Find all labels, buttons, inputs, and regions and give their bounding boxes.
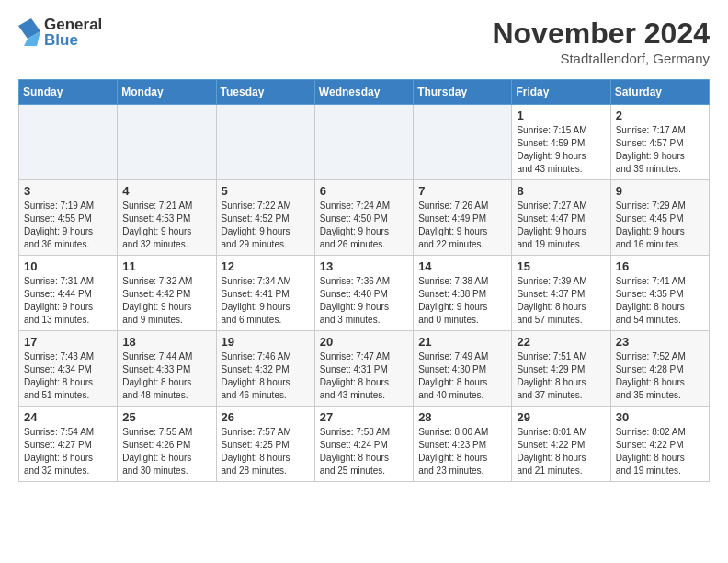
location-subtitle: Stadtallendorf, Germany	[492, 51, 710, 66]
calendar-week-row: 24Sunrise: 7:54 AM Sunset: 4:27 PM Dayli…	[19, 407, 710, 482]
day-info: Sunrise: 7:39 AM Sunset: 4:37 PM Dayligh…	[517, 275, 605, 327]
logo-blue-text: Blue	[44, 32, 102, 48]
header-saturday: Saturday	[610, 80, 709, 105]
day-info: Sunrise: 7:17 AM Sunset: 4:57 PM Dayligh…	[616, 124, 704, 176]
calendar-week-row: 1Sunrise: 7:15 AM Sunset: 4:59 PM Daylig…	[19, 105, 710, 180]
logo-text: General Blue	[44, 17, 102, 48]
day-number: 6	[320, 184, 408, 198]
calendar-cell	[414, 105, 512, 180]
calendar-cell: 6Sunrise: 7:24 AM Sunset: 4:50 PM Daylig…	[314, 180, 413, 256]
calendar-cell: 26Sunrise: 7:57 AM Sunset: 4:25 PM Dayli…	[216, 407, 314, 482]
day-info: Sunrise: 7:27 AM Sunset: 4:47 PM Dayligh…	[517, 200, 605, 251]
day-number: 21	[418, 335, 506, 349]
header-monday: Monday	[118, 80, 216, 105]
day-number: 23	[616, 335, 704, 349]
day-info: Sunrise: 7:15 AM Sunset: 4:59 PM Dayligh…	[517, 124, 605, 176]
day-number: 11	[122, 259, 210, 273]
calendar-cell: 9Sunrise: 7:29 AM Sunset: 4:45 PM Daylig…	[610, 180, 709, 256]
header-thursday: Thursday	[414, 80, 512, 105]
calendar-cell: 30Sunrise: 8:02 AM Sunset: 4:22 PM Dayli…	[610, 407, 709, 482]
day-info: Sunrise: 7:41 AM Sunset: 4:35 PM Dayligh…	[616, 275, 704, 327]
header-tuesday: Tuesday	[216, 80, 314, 105]
day-info: Sunrise: 8:02 AM Sunset: 4:22 PM Dayligh…	[616, 426, 704, 477]
day-info: Sunrise: 7:31 AM Sunset: 4:44 PM Dayligh…	[24, 275, 112, 327]
day-number: 15	[517, 259, 605, 273]
day-info: Sunrise: 7:19 AM Sunset: 4:55 PM Dayligh…	[24, 200, 112, 251]
day-number: 5	[222, 184, 310, 198]
day-number: 18	[122, 335, 210, 349]
header-wednesday: Wednesday	[314, 80, 413, 105]
day-info: Sunrise: 7:55 AM Sunset: 4:26 PM Dayligh…	[122, 426, 210, 477]
calendar-cell: 10Sunrise: 7:31 AM Sunset: 4:44 PM Dayli…	[19, 256, 118, 331]
calendar-cell	[216, 105, 314, 180]
day-info: Sunrise: 7:58 AM Sunset: 4:24 PM Dayligh…	[320, 426, 408, 477]
day-info: Sunrise: 7:49 AM Sunset: 4:30 PM Dayligh…	[418, 350, 506, 402]
calendar-week-row: 3Sunrise: 7:19 AM Sunset: 4:55 PM Daylig…	[19, 180, 710, 256]
calendar-cell: 25Sunrise: 7:55 AM Sunset: 4:26 PM Dayli…	[118, 407, 216, 482]
day-number: 20	[320, 335, 408, 349]
calendar-cell: 11Sunrise: 7:32 AM Sunset: 4:42 PM Dayli…	[118, 256, 216, 331]
day-info: Sunrise: 7:38 AM Sunset: 4:38 PM Dayligh…	[418, 275, 506, 327]
day-number: 14	[418, 259, 506, 273]
calendar-cell: 29Sunrise: 8:01 AM Sunset: 4:22 PM Dayli…	[512, 407, 610, 482]
day-info: Sunrise: 7:22 AM Sunset: 4:52 PM Dayligh…	[222, 200, 310, 251]
header: General Blue November 2024 Stadtallendor…	[18, 17, 710, 66]
day-number: 27	[320, 410, 408, 424]
day-number: 22	[517, 335, 605, 349]
calendar-table: Sunday Monday Tuesday Wednesday Thursday…	[18, 79, 710, 482]
day-info: Sunrise: 7:54 AM Sunset: 4:27 PM Dayligh…	[24, 426, 112, 477]
day-info: Sunrise: 7:44 AM Sunset: 4:33 PM Dayligh…	[122, 350, 210, 402]
day-number: 19	[222, 335, 310, 349]
logo: General Blue	[18, 17, 102, 48]
day-info: Sunrise: 7:47 AM Sunset: 4:31 PM Dayligh…	[320, 350, 408, 402]
weekday-header-row: Sunday Monday Tuesday Wednesday Thursday…	[19, 80, 710, 105]
day-info: Sunrise: 7:36 AM Sunset: 4:40 PM Dayligh…	[320, 275, 408, 327]
calendar-cell: 12Sunrise: 7:34 AM Sunset: 4:41 PM Dayli…	[216, 256, 314, 331]
calendar-body: 1Sunrise: 7:15 AM Sunset: 4:59 PM Daylig…	[19, 105, 710, 482]
day-number: 7	[418, 184, 506, 198]
day-number: 12	[222, 259, 310, 273]
day-number: 25	[122, 410, 210, 424]
calendar-cell: 19Sunrise: 7:46 AM Sunset: 4:32 PM Dayli…	[216, 331, 314, 407]
header-friday: Friday	[512, 80, 610, 105]
day-number: 1	[517, 109, 605, 122]
day-number: 13	[320, 259, 408, 273]
day-number: 24	[24, 410, 112, 424]
day-info: Sunrise: 7:21 AM Sunset: 4:53 PM Dayligh…	[122, 200, 210, 251]
calendar-week-row: 10Sunrise: 7:31 AM Sunset: 4:44 PM Dayli…	[19, 256, 710, 331]
day-number: 26	[222, 410, 310, 424]
day-info: Sunrise: 7:57 AM Sunset: 4:25 PM Dayligh…	[222, 426, 310, 477]
page: General Blue November 2024 Stadtallendor…	[0, 0, 728, 491]
calendar-cell: 8Sunrise: 7:27 AM Sunset: 4:47 PM Daylig…	[512, 180, 610, 256]
calendar-cell: 18Sunrise: 7:44 AM Sunset: 4:33 PM Dayli…	[118, 331, 216, 407]
day-info: Sunrise: 8:01 AM Sunset: 4:22 PM Dayligh…	[517, 426, 605, 477]
day-info: Sunrise: 7:24 AM Sunset: 4:50 PM Dayligh…	[320, 200, 408, 251]
day-info: Sunrise: 7:51 AM Sunset: 4:29 PM Dayligh…	[517, 350, 605, 402]
calendar-cell: 7Sunrise: 7:26 AM Sunset: 4:49 PM Daylig…	[414, 180, 512, 256]
calendar-cell: 20Sunrise: 7:47 AM Sunset: 4:31 PM Dayli…	[314, 331, 413, 407]
day-info: Sunrise: 7:43 AM Sunset: 4:34 PM Dayligh…	[24, 350, 112, 402]
day-number: 17	[24, 335, 112, 349]
calendar-cell: 2Sunrise: 7:17 AM Sunset: 4:57 PM Daylig…	[610, 105, 709, 180]
calendar-cell: 22Sunrise: 7:51 AM Sunset: 4:29 PM Dayli…	[512, 331, 610, 407]
day-number: 8	[517, 184, 605, 198]
calendar-cell: 15Sunrise: 7:39 AM Sunset: 4:37 PM Dayli…	[512, 256, 610, 331]
day-number: 4	[122, 184, 210, 198]
calendar-cell: 14Sunrise: 7:38 AM Sunset: 4:38 PM Dayli…	[414, 256, 512, 331]
calendar-cell: 3Sunrise: 7:19 AM Sunset: 4:55 PM Daylig…	[19, 180, 118, 256]
calendar-cell: 16Sunrise: 7:41 AM Sunset: 4:35 PM Dayli…	[610, 256, 709, 331]
calendar-cell: 21Sunrise: 7:49 AM Sunset: 4:30 PM Dayli…	[414, 331, 512, 407]
calendar-cell: 5Sunrise: 7:22 AM Sunset: 4:52 PM Daylig…	[216, 180, 314, 256]
calendar-cell	[19, 105, 118, 180]
calendar-week-row: 17Sunrise: 7:43 AM Sunset: 4:34 PM Dayli…	[19, 331, 710, 407]
day-number: 30	[616, 410, 704, 424]
day-info: Sunrise: 7:52 AM Sunset: 4:28 PM Dayligh…	[616, 350, 704, 402]
day-info: Sunrise: 8:00 AM Sunset: 4:23 PM Dayligh…	[418, 426, 506, 477]
day-number: 10	[24, 259, 112, 273]
calendar-cell: 17Sunrise: 7:43 AM Sunset: 4:34 PM Dayli…	[19, 331, 118, 407]
header-sunday: Sunday	[19, 80, 118, 105]
day-info: Sunrise: 7:34 AM Sunset: 4:41 PM Dayligh…	[222, 275, 310, 327]
day-info: Sunrise: 7:46 AM Sunset: 4:32 PM Dayligh…	[222, 350, 310, 402]
day-info: Sunrise: 7:29 AM Sunset: 4:45 PM Dayligh…	[616, 200, 704, 251]
calendar-header: Sunday Monday Tuesday Wednesday Thursday…	[19, 80, 710, 105]
